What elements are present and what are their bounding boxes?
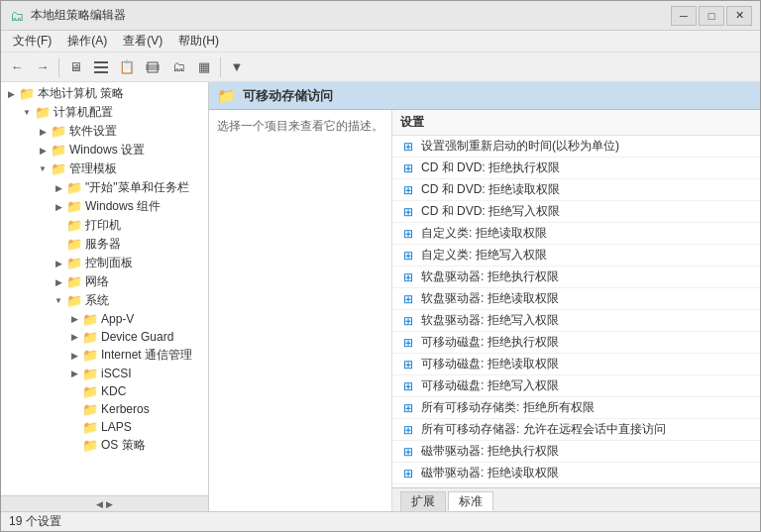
svg-rect-0 [94,61,108,63]
setting-icon-3: ⊞ [400,204,416,220]
minimize-button[interactable]: ─ [671,6,697,26]
sidebar-scroll-left[interactable]: ◀ ▶ [1,495,208,511]
grid-button[interactable]: ▦ [192,55,216,79]
forward-button[interactable]: → [31,55,54,79]
tree-server-label: 服务器 [85,236,121,253]
tree-kdc[interactable]: ▶ 📁 KDC [1,382,208,400]
toolbar-sep-2 [220,57,221,77]
network-expand-icon: ▶ [51,274,66,290]
setting-item-12[interactable]: ⊞ 所有可移动存储类: 拒绝所有权限 [392,397,760,419]
tree-internet-comm-label: Internet 通信管理 [101,347,192,364]
setting-item-11[interactable]: ⊞ 可移动磁盘: 拒绝写入权限 [392,375,760,397]
help-button[interactable] [141,55,164,79]
computer-config-icon: 📁 [35,106,51,120]
device-guard-expand-icon: ▶ [66,329,82,345]
bottom-tabs: 扩展 标准 [392,487,760,511]
tree-iscsi[interactable]: ▶ 📁 iSCSI [1,365,208,382]
back-button[interactable]: ← [5,55,29,79]
printer-icon: 📁 [66,219,82,233]
tree-software-settings[interactable]: ▶ 📁 软件设置 [1,122,208,141]
computer-button[interactable]: 🖥 [63,55,87,79]
software-settings-icon: 📁 [51,125,66,139]
root-expand-icon: ▶ [3,86,19,102]
setting-icon-7: ⊞ [400,291,416,307]
tab-expand[interactable]: 扩展 [400,491,446,511]
setting-item-7[interactable]: ⊞ 软盘驱动器: 拒绝读取权限 [392,288,760,310]
settings-header: 设置 [392,110,760,136]
toolbar-sep-1 [58,57,59,77]
setting-icon-5: ⊞ [400,248,416,264]
tree-internet-comm[interactable]: ▶ 📁 Internet 通信管理 [1,346,208,365]
internet-comm-expand-icon: ▶ [66,348,82,364]
tree-admin-templates[interactable]: ▼ 📁 管理模板 [1,160,208,178]
windows-settings-expand-icon: ▶ [35,143,51,159]
toolbar: ← → 🖥 📋 🗂 ▦ ▼ [1,53,760,82]
computer-config-expand-icon: ▼ [19,105,35,121]
tree-server[interactable]: ▶ 📁 服务器 [1,235,208,254]
setting-label-14: 磁带驱动器: 拒绝执行权限 [421,443,559,460]
menu-help[interactable]: 帮助(H) [170,31,227,52]
setting-label-13: 所有可移动存储器: 允许在远程会话中直接访问 [421,421,666,438]
content-area: ▶ 📁 本地计算机 策略 ▼ 📁 计算机配置 ▶ 📁 软件设置 [1,82,760,511]
list-button[interactable] [89,55,113,79]
setting-icon-13: ⊞ [400,422,416,438]
setting-item-8[interactable]: ⊞ 软盘驱动器: 拒绝写入权限 [392,310,760,332]
tree-view[interactable]: ▶ 📁 本地计算机 策略 ▼ 📁 计算机配置 ▶ 📁 软件设置 [1,82,208,495]
setting-item-0[interactable]: ⊞ 设置强制重新启动的时间(以秒为单位) [392,136,760,158]
setting-label-10: 可移动磁盘: 拒绝读取权限 [421,356,559,372]
setting-item-14[interactable]: ⊞ 磁带驱动器: 拒绝执行权限 [392,441,760,463]
setting-label-15: 磁带驱动器: 拒绝读取权限 [421,465,559,481]
tree-appv[interactable]: ▶ 📁 App-V [1,310,208,328]
network-icon: 📁 [66,275,82,289]
menu-view[interactable]: 查看(V) [115,31,170,52]
setting-label-8: 软盘驱动器: 拒绝写入权限 [421,312,559,329]
copy-button[interactable]: 📋 [115,55,139,79]
setting-item-4[interactable]: ⊞ 自定义类: 拒绝读取权限 [392,223,760,245]
title-bar: 🗂 本地组策略编辑器 ─ □ ✕ [1,1,760,31]
settings-list[interactable]: ⊞ 设置强制重新启动的时间(以秒为单位) ⊞ CD 和 DVD: 拒绝执行权限 … [392,136,760,487]
tree-network[interactable]: ▶ 📁 网络 [1,272,208,291]
tab-standard[interactable]: 标准 [448,491,493,511]
tree-kdc-label: KDC [101,384,126,398]
setting-icon-9: ⊞ [400,335,416,351]
tree-windows-components[interactable]: ▶ 📁 Windows 组件 [1,197,208,216]
setting-item-9[interactable]: ⊞ 可移动磁盘: 拒绝执行权限 [392,332,760,354]
close-button[interactable]: ✕ [726,6,752,26]
software-settings-expand-icon: ▶ [35,124,51,140]
kdc-icon: 📁 [82,384,98,398]
folder-button[interactable]: 🗂 [166,55,190,79]
tree-device-guard[interactable]: ▶ 📁 Device Guard [1,328,208,346]
tree-network-label: 网络 [85,273,109,290]
filter-button[interactable]: ▼ [225,55,249,79]
menu-action[interactable]: 操作(A) [59,31,115,52]
tree-start-menu[interactable]: ▶ 📁 "开始"菜单和任务栏 [1,178,208,197]
control-panel-icon: 📁 [66,257,82,270]
tree-control-panel[interactable]: ▶ 📁 控制面板 [1,254,208,272]
tree-root[interactable]: ▶ 📁 本地计算机 策略 [1,84,208,103]
setting-item-15[interactable]: ⊞ 磁带驱动器: 拒绝读取权限 [392,463,760,484]
tree-windows-settings[interactable]: ▶ 📁 Windows 设置 [1,141,208,160]
main-body: 选择一个项目来查看它的描述。 设置 ⊞ 设置强制重新启动的时间(以秒为单位) ⊞… [209,110,760,511]
restore-button[interactable]: □ [699,6,724,26]
setting-item-2[interactable]: ⊞ CD 和 DVD: 拒绝读取权限 [392,179,760,201]
tree-printer[interactable]: ▶ 📁 打印机 [1,216,208,235]
tree-computer-config[interactable]: ▼ 📁 计算机配置 [1,103,208,122]
setting-item-3[interactable]: ⊞ CD 和 DVD: 拒绝写入权限 [392,201,760,223]
setting-item-1[interactable]: ⊞ CD 和 DVD: 拒绝执行权限 [392,158,760,179]
tree-iscsi-label: iSCSI [101,367,132,380]
setting-icon-6: ⊞ [400,269,416,285]
tree-os-policy-label: OS 策略 [101,437,146,454]
setting-item-13[interactable]: ⊞ 所有可移动存储器: 允许在远程会话中直接访问 [392,419,760,441]
tree-control-panel-label: 控制面板 [85,255,133,271]
setting-item-10[interactable]: ⊞ 可移动磁盘: 拒绝读取权限 [392,354,760,375]
root-folder-icon: 📁 [19,87,35,101]
menu-file[interactable]: 文件(F) [5,31,59,52]
tree-laps[interactable]: ▶ 📁 LAPS [1,418,208,436]
setting-item-6[interactable]: ⊞ 软盘驱动器: 拒绝执行权限 [392,266,760,288]
tree-os-policy[interactable]: ▶ 📁 OS 策略 [1,436,208,455]
tree-kerberos[interactable]: ▶ 📁 Kerberos [1,400,208,418]
appv-icon: 📁 [82,312,98,326]
setting-icon-4: ⊞ [400,226,416,242]
setting-item-5[interactable]: ⊞ 自定义类: 拒绝写入权限 [392,245,760,266]
tree-system[interactable]: ▼ 📁 系统 [1,291,208,310]
